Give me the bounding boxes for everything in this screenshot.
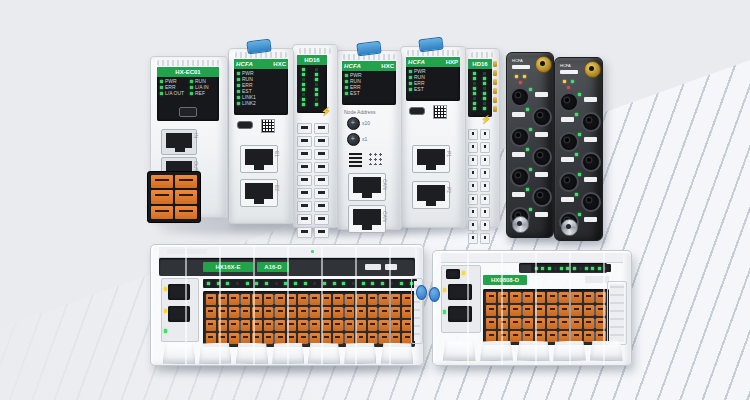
- unit-variant-label: A16-D: [257, 262, 289, 272]
- cert-label: [365, 264, 381, 270]
- channel-led-icon: [473, 82, 476, 85]
- status-led-labels: PWRRUNERREST: [342, 71, 396, 98]
- terminal-point: [379, 294, 389, 305]
- channel-led-icon: [473, 87, 476, 90]
- terminal-point: [298, 320, 308, 331]
- module-model-label: HXC: [273, 59, 286, 69]
- orange-terminal-grid: [203, 291, 415, 347]
- terminal-cover-flap: [480, 341, 513, 361]
- port-label: E1: [274, 151, 280, 157]
- vent-slots: [299, 48, 331, 54]
- spring-clamp-terminal: [314, 201, 329, 212]
- channel-led-icon: [302, 88, 305, 91]
- terminal-point: [510, 318, 520, 329]
- dip-switch: [346, 151, 365, 171]
- channel-led-icon: [302, 103, 305, 106]
- channel-led-icon: [304, 282, 307, 285]
- led-dot-icon: [409, 82, 412, 85]
- ip67-model-bar: [512, 65, 530, 69]
- port-led-icon: [529, 128, 532, 131]
- m12-connector: [532, 187, 552, 207]
- port-led-icon: [578, 173, 581, 176]
- port-id-label: [535, 212, 548, 217]
- ethernet-port-p2: [412, 181, 450, 209]
- terminal-point: [379, 307, 389, 318]
- io-face-panel: HD16: [297, 55, 327, 113]
- spring-clamp-terminal: [314, 214, 329, 225]
- terminal-cover-flap: [381, 343, 414, 364]
- spring-clamp-terminal: [480, 194, 490, 205]
- terminal-point: [559, 318, 569, 329]
- bus-pin-icon: [493, 70, 497, 76]
- channel-led-icon: [554, 267, 557, 270]
- terminal-point: [322, 320, 332, 331]
- io-led-matrix: [468, 69, 492, 113]
- channel-led-icon: [473, 77, 476, 80]
- channel-led-icon: [323, 282, 326, 285]
- terminal-point: [322, 307, 332, 318]
- channel-led-icon: [352, 282, 355, 285]
- terminal-cover-flap: [443, 341, 476, 361]
- port-id-label: [535, 172, 548, 177]
- led-dot-icon: [345, 86, 348, 89]
- led-dot-icon: [345, 92, 348, 95]
- terminal-point: [298, 294, 308, 305]
- terminal-point: [229, 320, 239, 331]
- port-led-icon: [526, 188, 529, 191]
- unit-model-label: HX0808-D: [483, 275, 527, 285]
- module-model-label: HXC: [381, 61, 394, 71]
- led-dot-icon: [160, 92, 163, 95]
- led-dot-icon: [237, 90, 240, 93]
- led-dot-icon: [409, 76, 412, 79]
- bus-contact-pins: [493, 61, 497, 112]
- terminal-point: [356, 320, 366, 331]
- terminal-point: [498, 292, 508, 303]
- terminal-point: [584, 292, 594, 303]
- channel-led-icon: [381, 282, 384, 285]
- coupler-face-panel: HCFA HXP PWRRUNERREST: [406, 57, 460, 101]
- status-led: [571, 80, 574, 83]
- terminal-point: [391, 320, 401, 331]
- terminal-point: [333, 294, 343, 305]
- terminal-point: [287, 307, 297, 318]
- module-header: HX-EC01: [157, 67, 219, 77]
- channel-led-icon: [315, 68, 318, 71]
- terminal-point: [391, 294, 401, 305]
- spring-clamp-terminal: [480, 181, 490, 192]
- status-led-labels: PWRRUNERRL/A INL/A OUTREF: [157, 77, 219, 98]
- plc-module-hx-ec01: HX-EC01 PWRRUNERRL/A INL/A OUTREF IN OUT: [150, 56, 228, 218]
- channel-led-icon: [483, 82, 486, 85]
- channel-led-icon: [226, 282, 229, 285]
- terminal-point: [559, 305, 569, 316]
- terminal-point: [559, 292, 569, 303]
- terminal-point: [486, 318, 496, 329]
- module-header: HD16: [468, 59, 492, 69]
- terminal-point: [547, 292, 557, 303]
- power-terminal: [151, 175, 173, 188]
- channel-led-icon: [400, 282, 403, 285]
- spring-clamp-terminal: [468, 142, 478, 153]
- rotary-caption: Node Address: [344, 109, 375, 115]
- channel-led-icon: [573, 267, 576, 270]
- spring-clamp-terminal: [468, 168, 478, 179]
- port-led-icon: [526, 108, 529, 111]
- release-knob: [429, 287, 440, 302]
- spring-clamp-terminal: [480, 220, 490, 231]
- channel-led-icon: [473, 97, 476, 100]
- terminal-point: [368, 294, 378, 305]
- top-rail: [441, 253, 623, 263]
- terminal-cover-flap: [308, 343, 341, 364]
- terminal-point: [498, 305, 508, 316]
- spring-clamp-terminal: [297, 227, 312, 238]
- terminal-point: [510, 305, 520, 316]
- power-terminal: [175, 190, 197, 203]
- channel-led-icon: [275, 282, 278, 285]
- port-id-label: [512, 112, 525, 117]
- coupler-face-panel: HCFA HXC PWRRUNERRESTLINK1LINK2: [234, 59, 288, 115]
- channel-led-icon: [483, 87, 486, 90]
- led-dot-icon: [190, 86, 193, 89]
- terminal-point: [264, 307, 274, 318]
- terminal-cover-row: [163, 343, 413, 364]
- terminal-point: [310, 294, 320, 305]
- led-label-row: L/A OUT: [160, 91, 186, 96]
